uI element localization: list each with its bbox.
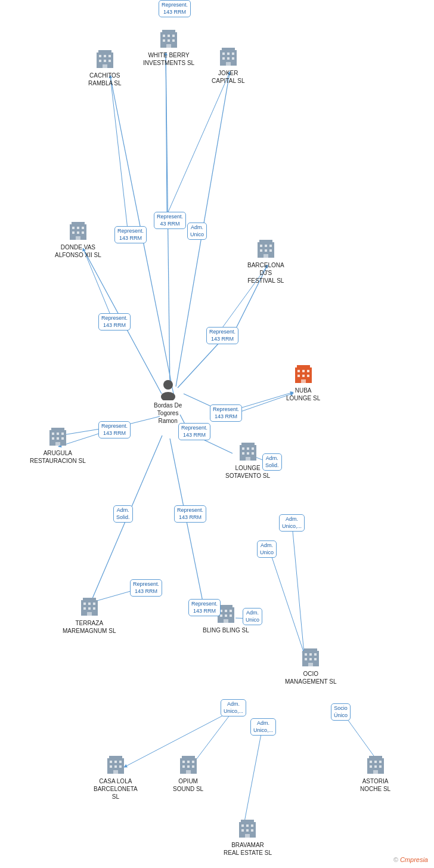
svg-rect-66 bbox=[76, 236, 80, 240]
badge-represent-143-3[interactable]: Represent.143 RRM bbox=[206, 327, 238, 344]
svg-rect-113 bbox=[219, 605, 232, 608]
badge-adm-unico-1[interactable]: Adm.Unico bbox=[187, 223, 207, 240]
badge-adm-solid-1[interactable]: Adm.Solid. bbox=[262, 453, 282, 471]
node-nuba-lounge[interactable]: NUBALOUNGE SL bbox=[286, 364, 320, 402]
badge-represent-143-9[interactable]: Represent.143 RRM bbox=[159, 0, 191, 17]
svg-rect-127 bbox=[309, 658, 312, 660]
svg-rect-48 bbox=[226, 62, 231, 66]
svg-rect-33 bbox=[163, 35, 165, 37]
building-icon-opium bbox=[178, 755, 199, 776]
svg-rect-50 bbox=[98, 50, 111, 54]
svg-rect-59 bbox=[72, 222, 85, 226]
svg-rect-141 bbox=[182, 761, 185, 763]
svg-rect-138 bbox=[113, 770, 118, 774]
svg-rect-106 bbox=[88, 603, 91, 605]
svg-rect-46 bbox=[227, 57, 230, 60]
svg-rect-153 bbox=[241, 829, 244, 832]
svg-line-13 bbox=[167, 73, 230, 215]
badge-represent-143-6[interactable]: Represent.143 RRM bbox=[98, 421, 131, 438]
node-cachitos-label: CACHITOSRAMBLA SL bbox=[88, 72, 122, 87]
building-icon-donde-vas bbox=[67, 221, 89, 242]
svg-rect-147 bbox=[186, 770, 191, 774]
svg-rect-69 bbox=[260, 245, 262, 247]
svg-rect-143 bbox=[192, 761, 194, 763]
node-barcelona-djs[interactable]: BARCELONADJ'SFESTIVAL SL bbox=[247, 239, 284, 285]
node-astoria-label: ASTORIANOCHE SL bbox=[360, 777, 390, 793]
svg-rect-34 bbox=[168, 35, 170, 37]
node-white-berry[interactable]: WHITE BERRYINVESTMENTS SL bbox=[143, 29, 194, 67]
svg-rect-79 bbox=[302, 370, 305, 372]
svg-rect-162 bbox=[370, 765, 372, 768]
svg-rect-144 bbox=[182, 765, 185, 768]
svg-rect-74 bbox=[269, 249, 272, 252]
svg-rect-104 bbox=[83, 598, 96, 601]
badge-adm-unico-6[interactable]: Adm.Unico,... bbox=[250, 718, 276, 736]
node-astoria-noche[interactable]: ASTORIANOCHE SL bbox=[360, 755, 390, 793]
svg-rect-109 bbox=[88, 607, 91, 610]
svg-rect-149 bbox=[241, 820, 254, 823]
badge-represent-143-8[interactable]: Represent.143 RRM bbox=[130, 579, 162, 597]
badge-represent-143-1[interactable]: Represent.143 RRM bbox=[114, 226, 147, 243]
node-barcelona-djs-label: BARCELONADJ'SFESTIVAL SL bbox=[247, 261, 284, 285]
badge-adm-unico-5[interactable]: Adm.Unico,... bbox=[221, 699, 246, 716]
svg-rect-45 bbox=[222, 57, 225, 60]
svg-rect-92 bbox=[61, 437, 64, 440]
node-donde-vas[interactable]: DONDE VASALFONSO XII SL bbox=[55, 221, 101, 259]
node-ocio-management[interactable]: OCIOMANAGEMENT SL bbox=[285, 647, 337, 685]
svg-rect-97 bbox=[247, 447, 249, 450]
svg-rect-125 bbox=[314, 653, 317, 656]
node-joker-capital[interactable]: JOKERCAPITAL SL bbox=[212, 47, 245, 85]
badge-represent-143-7[interactable]: Represent.143 RRM bbox=[174, 505, 206, 523]
svg-rect-146 bbox=[192, 765, 194, 768]
svg-rect-116 bbox=[230, 610, 232, 612]
svg-rect-100 bbox=[247, 452, 249, 455]
svg-rect-132 bbox=[110, 761, 112, 763]
node-casa-lola[interactable]: CASA LOLABARCELONETASL bbox=[94, 755, 138, 801]
badge-represent-143-4[interactable]: Represent.143 RRM bbox=[210, 404, 242, 422]
svg-rect-73 bbox=[265, 249, 267, 252]
badge-adm-unico-3[interactable]: Adm.Unico,... bbox=[279, 514, 305, 532]
svg-rect-84 bbox=[301, 379, 306, 383]
badge-represent-143-2[interactable]: Represent.143 RRM bbox=[98, 313, 131, 330]
badge-adm-unico-2[interactable]: Adm.Unico bbox=[243, 608, 262, 625]
node-arugula[interactable]: ARUGULARESTAURACION SL bbox=[30, 427, 86, 465]
badge-represent-143-10[interactable]: Represent.143 RRM bbox=[188, 599, 221, 616]
building-icon-terraza bbox=[79, 597, 100, 618]
svg-rect-117 bbox=[220, 614, 222, 617]
building-icon-lounge-sotavento bbox=[237, 441, 259, 463]
svg-rect-145 bbox=[187, 765, 190, 768]
svg-rect-133 bbox=[114, 761, 117, 763]
svg-rect-47 bbox=[232, 57, 234, 60]
svg-rect-154 bbox=[246, 829, 249, 832]
svg-rect-159 bbox=[370, 761, 372, 763]
svg-line-21 bbox=[269, 550, 304, 653]
node-bordas[interactable]: Bordas DeTogoresRamon bbox=[154, 379, 182, 425]
node-bordas-label: Bordas DeTogoresRamon bbox=[154, 401, 182, 425]
svg-rect-158 bbox=[369, 756, 382, 759]
graph-container: WHITE BERRYINVESTMENTS SL JOKERCAPITAL S… bbox=[0, 0, 434, 868]
svg-rect-164 bbox=[379, 765, 382, 768]
badge-socio-unico[interactable]: SocioÚnico bbox=[331, 703, 351, 721]
watermark-brand: Cmpresia bbox=[400, 856, 428, 863]
badge-adm-solid-2[interactable]: Adm.Solid. bbox=[113, 505, 133, 523]
node-white-berry-label: WHITE BERRYINVESTMENTS SL bbox=[143, 51, 194, 67]
svg-rect-89 bbox=[61, 433, 64, 435]
node-opium-sound[interactable]: OPIUMSOUND SL bbox=[173, 755, 203, 793]
node-bravamar[interactable]: BRAVAMARREAL ESTATE SL bbox=[224, 818, 272, 857]
svg-rect-68 bbox=[259, 240, 272, 243]
node-terraza-mare[interactable]: TERRAZAMAREMAGNUM SL bbox=[63, 597, 116, 635]
building-icon-cachitos bbox=[94, 49, 116, 70]
badge-adm-unico-4[interactable]: Adm.Unico bbox=[257, 540, 277, 558]
svg-rect-57 bbox=[103, 64, 107, 68]
svg-rect-65 bbox=[82, 231, 84, 234]
svg-rect-134 bbox=[119, 761, 122, 763]
badge-represent-143-5[interactable]: Represent.143 RRM bbox=[178, 423, 210, 440]
svg-rect-136 bbox=[114, 765, 117, 768]
badge-represent-43[interactable]: Represent.43 RRM bbox=[154, 212, 186, 229]
svg-rect-111 bbox=[87, 612, 92, 616]
node-cachitos-rambla[interactable]: CACHITOSRAMBLA SL bbox=[88, 49, 122, 87]
svg-line-14 bbox=[110, 76, 128, 229]
svg-rect-61 bbox=[77, 227, 79, 229]
svg-rect-115 bbox=[225, 610, 227, 612]
building-icon-bravamar bbox=[237, 818, 258, 840]
